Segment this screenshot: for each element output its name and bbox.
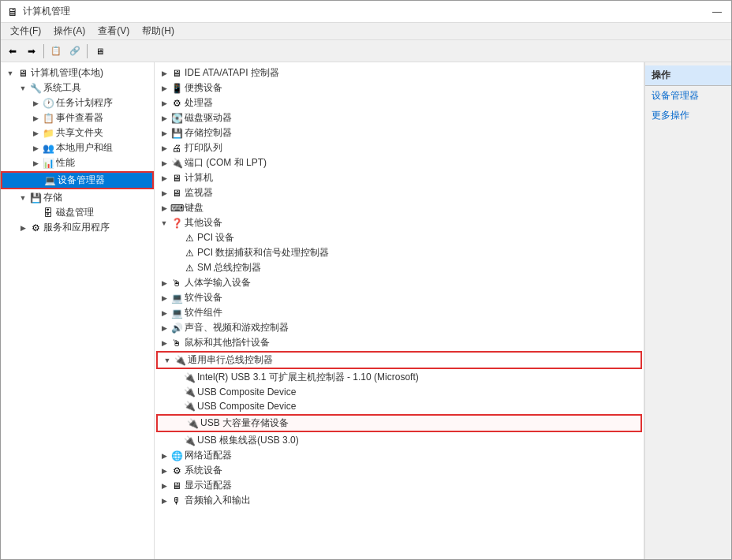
expand-usb-mass [174,417,186,430]
expand-event: ▶ [29,112,42,125]
minimize-button[interactable]: — [709,6,725,18]
sidebar-item-performance[interactable]: ▶ 📊 性能 [1,155,154,170]
center-item-sw-comp[interactable]: ▶ 💻 软件组件 [155,305,644,320]
right-action-more[interactable]: 更多操作 [645,106,731,125]
right-panel: 操作 设备管理器 更多操作 [644,62,731,559]
center-item-usb-composite-1[interactable]: 🔌 USB Composite Device [155,385,644,399]
center-sound-label: 声音、视频和游戏控制器 [185,321,289,334]
sidebar-item-services[interactable]: ▶ ⚙ 服务和应用程序 [1,220,154,235]
expand-sm-bus [170,262,183,274]
center-item-pci-capture[interactable]: ⚠ PCI 数据捕获和信号处理控制器 [155,245,644,260]
center-item-pci-dev[interactable]: ⚠ PCI 设备 [155,230,644,245]
center-item-net[interactable]: ▶ 🌐 网络适配器 [155,448,644,463]
net-icon: 🌐 [170,450,183,462]
center-item-usb-intel[interactable]: 🔌 Intel(R) USB 3.1 可扩展主机控制器 - 1.10 (Micr… [155,370,644,385]
sidebar-root[interactable]: ▼ 🖥 计算机管理(本地) [1,65,154,80]
sm-bus-icon: ⚠ [183,262,196,274]
expand-root: ▼ [4,67,17,80]
center-pci-capture-label: PCI 数据捕获和信号处理控制器 [197,246,329,259]
menu-help[interactable]: 帮助(H) [136,23,181,39]
expand-mice: ▶ [158,337,170,349]
center-item-sound[interactable]: ▶ 🔊 声音、视频和游戏控制器 [155,320,644,335]
mice-icon: 🖱 [170,337,183,349]
menu-view[interactable]: 查看(V) [92,23,136,39]
center-item-mice[interactable]: ▶ 🖱 鼠标和其他指针设备 [155,335,644,350]
center-item-sm-bus[interactable]: ⚠ SM 总线控制器 [155,260,644,275]
expand-hid: ▶ [158,277,170,289]
monitor-button[interactable]: 🖥 [91,43,108,60]
audio-icon: 🎙 [170,495,183,507]
menu-action[interactable]: 操作(A) [47,23,92,39]
sys-tools-icon: 🔧 [29,82,42,95]
center-computer-label: 计算机 [185,171,213,185]
services-icon: ⚙ [29,222,42,234]
expand-other-dev: ▼ [158,217,170,230]
center-sw-label: 软件组件 [185,306,222,319]
center-item-processor[interactable]: ▶ ⚙ 处理器 [155,95,644,110]
sidebar-item-disk-mgmt[interactable]: 🗄 磁盘管理 [1,205,154,220]
center-item-com-lpt[interactable]: ▶ 🔌 端口 (COM 和 LPT) [155,155,644,170]
sidebar-item-local-users[interactable]: ▶ 👥 本地用户和组 [1,140,154,155]
center-usb-intel-label: Intel(R) USB 3.1 可扩展主机控制器 - 1.10 (Micros… [197,371,419,384]
center-mice-label: 鼠标和其他指针设备 [185,336,270,349]
center-other-dev-label: 其他设备 [185,216,222,230]
other-dev-icon: ❓ [170,217,183,230]
sidebar-item-storage[interactable]: ▼ 💾 存储 [1,190,154,205]
center-hdd-label: 磁盘驱动器 [185,111,232,125]
center-net-label: 网络适配器 [185,449,232,462]
center-com-label: 端口 (COM 和 LPT) [185,156,267,170]
sys-dev-icon: ⚙ [170,465,183,477]
center-item-portable[interactable]: ▶ 📱 便携设备 [155,80,644,95]
event-icon: 📋 [42,112,54,125]
sidebar-item-task-sched[interactable]: ▶ 🕐 任务计划程序 [1,95,154,110]
center-item-computer[interactable]: ▶ 🖥 计算机 [155,170,644,185]
center-item-hid[interactable]: ▶ 🖱 人体学输入设备 [155,275,644,290]
expand-pci-capture [170,247,183,259]
window-title: 计算机管理 [23,5,70,18]
center-item-usb-ctrl[interactable]: ▼ 🔌 通用串行总线控制器 [156,351,642,369]
sidebar-shared-label: 共享文件夹 [56,126,103,140]
expand-usb-intel [170,371,183,384]
pci-capture-icon: ⚠ [183,247,196,259]
center-item-keyboard[interactable]: ▶ ⌨ 键盘 [155,200,644,215]
center-usb-composite-1-label: USB Composite Device [197,386,296,398]
center-print-label: 打印队列 [185,141,222,155]
storage-ctrl-icon: 💾 [170,127,183,140]
right-panel-title: 操作 [645,65,731,86]
center-item-usb-hub[interactable]: 🔌 USB 根集线器(USB 3.0) [155,433,644,448]
show-hide-button[interactable]: 📋 [47,43,65,60]
center-item-other-dev[interactable]: ▼ ❓ 其他设备 [155,215,644,230]
sidebar-item-event-viewer[interactable]: ▶ 📋 事件查看器 [1,110,154,125]
center-usb-composite-2-label: USB Composite Device [197,401,296,412]
center-item-ide[interactable]: ▶ 🖥 IDE ATA/ATAPI 控制器 [155,65,644,80]
devmgr-icon: 💻 [43,174,56,187]
sidebar-item-device-mgr[interactable]: 💻 设备管理器 [1,171,154,189]
center-item-monitor[interactable]: ▶ 🖥 监视器 [155,185,644,200]
center-item-audio[interactable]: ▶ 🎙 音频输入和输出 [155,493,644,508]
center-item-hdd[interactable]: ▶ 💽 磁盘驱动器 [155,110,644,125]
toolbar-separator-1 [43,44,44,58]
center-item-usb-mass[interactable]: 🔌 USB 大容量存储设备 [156,414,642,432]
sidebar-item-shared-folders[interactable]: ▶ 📁 共享文件夹 [1,125,154,140]
center-item-sys-dev[interactable]: ▶ ⚙ 系统设备 [155,463,644,478]
menu-file[interactable]: 文件(F) [4,23,47,39]
sidebar: ▼ 🖥 计算机管理(本地) ▼ 🔧 系统工具 ▶ 🕐 任务计划程序 ▶ 📋 事件… [1,62,155,559]
center-item-display[interactable]: ▶ 🖥 显示适配器 [155,478,644,493]
expand-portable: ▶ [158,82,170,95]
forward-button[interactable]: ➡ [23,43,40,60]
expand-services: ▶ [17,222,29,234]
sidebar-task-label: 任务计划程序 [56,96,113,110]
portable-icon: 📱 [170,82,183,95]
sidebar-item-sys-tools[interactable]: ▼ 🔧 系统工具 [1,80,154,95]
property-button[interactable]: 🔗 [66,43,84,60]
center-item-usb-composite-2[interactable]: 🔌 USB Composite Device [155,399,644,413]
title-controls: — [709,6,725,18]
usb-hub-icon: 🔌 [183,435,196,447]
center-portable-label: 便携设备 [185,81,222,95]
back-button[interactable]: ⬅ [4,43,21,60]
center-item-hw-dev[interactable]: ▶ 💻 软件设备 [155,290,644,305]
center-item-print[interactable]: ▶ 🖨 打印队列 [155,140,644,155]
center-item-storage-ctrl[interactable]: ▶ 💾 存储控制器 [155,125,644,140]
right-action-devmgr[interactable]: 设备管理器 [645,86,731,106]
storage-icon: 💾 [29,192,42,204]
